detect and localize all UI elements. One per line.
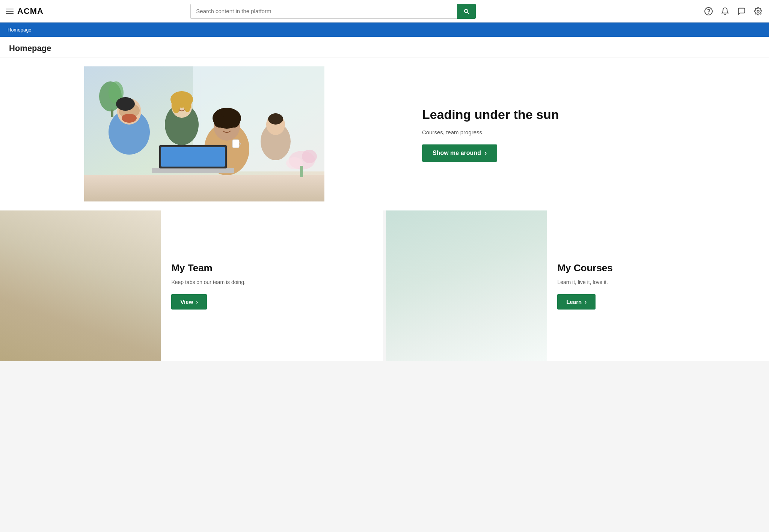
search-button[interactable] bbox=[457, 4, 476, 19]
svg-point-17 bbox=[116, 97, 135, 111]
svg-rect-57 bbox=[115, 211, 161, 314]
svg-rect-37 bbox=[0, 326, 161, 361]
svg-point-2 bbox=[757, 10, 759, 12]
svg-point-74 bbox=[475, 260, 487, 271]
svg-rect-10 bbox=[300, 166, 303, 177]
svg-point-73 bbox=[469, 261, 492, 277]
chat-icon[interactable] bbox=[737, 6, 746, 16]
svg-line-43 bbox=[29, 295, 32, 323]
logo-area: ACMA bbox=[6, 6, 74, 16]
my-courses-description: Learn it, live it, love it. bbox=[557, 279, 758, 285]
help-icon[interactable] bbox=[704, 6, 713, 16]
breadcrumb: Homepage bbox=[8, 27, 32, 33]
card-divider bbox=[383, 210, 386, 361]
svg-rect-13 bbox=[111, 110, 113, 117]
hamburger-menu[interactable] bbox=[6, 9, 14, 14]
svg-line-76 bbox=[499, 319, 507, 325]
svg-rect-30 bbox=[152, 168, 234, 173]
search-area bbox=[190, 4, 476, 19]
svg-point-51 bbox=[65, 269, 84, 289]
my-team-content: My Team Keep tabs on our team is doing. … bbox=[161, 210, 383, 361]
my-team-description: Keep tabs on our team is doing. bbox=[171, 279, 372, 285]
cards-section: My Team Keep tabs on our team is doing. … bbox=[0, 210, 769, 361]
my-team-image bbox=[0, 210, 161, 361]
my-courses-image bbox=[386, 210, 547, 361]
svg-rect-38 bbox=[0, 312, 115, 319]
nav-icons bbox=[704, 6, 763, 16]
svg-point-75 bbox=[483, 299, 505, 325]
svg-point-52 bbox=[66, 266, 83, 278]
svg-point-28 bbox=[229, 114, 240, 128]
svg-point-67 bbox=[409, 299, 432, 324]
svg-rect-59 bbox=[478, 211, 547, 326]
svg-point-47 bbox=[36, 277, 56, 300]
svg-rect-61 bbox=[398, 323, 535, 332]
page-title-area: Homepage bbox=[0, 37, 769, 57]
hero-content: Leading under the sun Courses, team prog… bbox=[415, 106, 760, 161]
my-courses-title: My Courses bbox=[557, 262, 758, 274]
svg-rect-77 bbox=[461, 322, 492, 342]
svg-point-8 bbox=[302, 150, 317, 163]
svg-point-46 bbox=[32, 289, 60, 323]
my-team-title: My Team bbox=[171, 262, 372, 274]
svg-rect-58 bbox=[386, 211, 547, 361]
top-navigation: ACMA bbox=[0, 0, 769, 23]
view-button[interactable]: View › bbox=[171, 294, 207, 310]
svg-point-71 bbox=[464, 286, 498, 326]
svg-point-49 bbox=[62, 278, 87, 311]
hero-illustration bbox=[9, 66, 400, 201]
svg-point-1 bbox=[708, 13, 709, 13]
show-me-around-button[interactable]: Show me around › bbox=[422, 144, 497, 162]
settings-icon[interactable] bbox=[753, 6, 763, 16]
svg-point-68 bbox=[418, 297, 434, 318]
bell-icon[interactable] bbox=[720, 6, 730, 16]
app-logo: ACMA bbox=[17, 6, 44, 16]
courses-illustration bbox=[386, 210, 547, 361]
svg-rect-63 bbox=[513, 332, 518, 360]
svg-rect-69 bbox=[419, 320, 423, 329]
svg-point-48 bbox=[37, 274, 55, 288]
my-courses-content: My Courses Learn it, live it, love it. L… bbox=[547, 210, 769, 361]
svg-line-42 bbox=[17, 251, 109, 326]
page-title: Homepage bbox=[9, 44, 760, 53]
svg-rect-29 bbox=[232, 140, 239, 148]
svg-point-56 bbox=[87, 261, 103, 271]
svg-rect-64 bbox=[455, 296, 518, 325]
svg-line-45 bbox=[75, 286, 80, 314]
svg-rect-65 bbox=[458, 299, 515, 322]
svg-rect-40 bbox=[0, 281, 69, 287]
svg-point-50 bbox=[68, 296, 84, 321]
my-team-card: My Team Keep tabs on our team is doing. … bbox=[0, 210, 383, 361]
breadcrumb-bar: Homepage bbox=[0, 23, 769, 37]
svg-rect-66 bbox=[449, 324, 524, 328]
svg-rect-62 bbox=[403, 332, 409, 360]
svg-point-35 bbox=[268, 113, 283, 125]
svg-point-54 bbox=[89, 289, 103, 312]
my-courses-card: My Courses Learn it, live it, love it. L… bbox=[386, 210, 769, 361]
search-input[interactable] bbox=[190, 4, 457, 19]
svg-point-72 bbox=[468, 266, 493, 294]
learn-button[interactable]: Learn › bbox=[557, 294, 596, 310]
hero-title: Leading under the sun bbox=[422, 106, 752, 123]
hero-subtitle: Courses, team progress, bbox=[422, 129, 752, 135]
svg-rect-32 bbox=[161, 147, 225, 167]
svg-point-70 bbox=[413, 324, 429, 331]
svg-line-41 bbox=[12, 251, 104, 326]
svg-rect-6 bbox=[84, 175, 324, 201]
svg-point-22 bbox=[172, 95, 181, 113]
svg-point-53 bbox=[83, 271, 106, 301]
svg-point-27 bbox=[214, 114, 225, 128]
svg-point-55 bbox=[86, 263, 103, 281]
svg-line-44 bbox=[52, 295, 56, 323]
svg-point-18 bbox=[122, 114, 137, 123]
svg-rect-39 bbox=[0, 296, 92, 303]
hero-image bbox=[9, 66, 400, 201]
team-illustration bbox=[0, 210, 161, 361]
svg-rect-36 bbox=[0, 211, 161, 361]
hero-section: Leading under the sun Courses, team prog… bbox=[0, 57, 769, 210]
search-icon bbox=[463, 8, 470, 15]
